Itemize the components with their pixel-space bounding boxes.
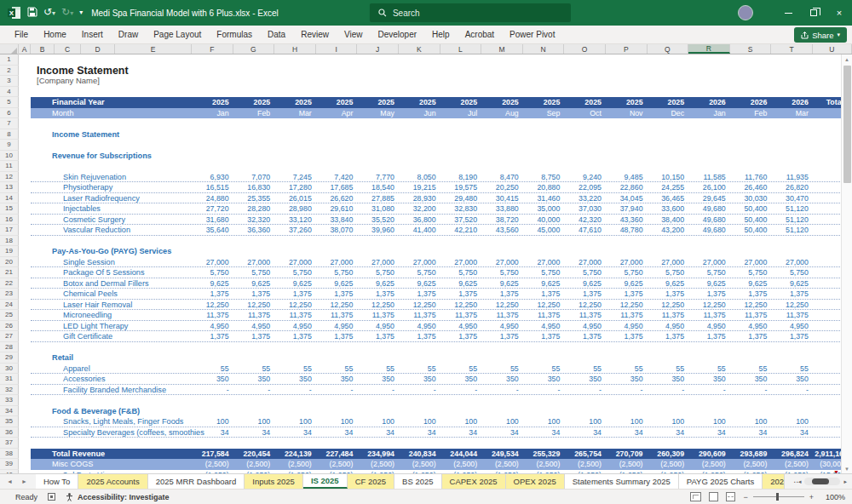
cell[interactable]: 1,375 — [688, 331, 730, 341]
cell[interactable]: 2025 — [564, 97, 606, 108]
cell[interactable]: 31,680 — [192, 215, 233, 225]
cell[interactable]: Mar — [274, 108, 316, 119]
next-sheet-icon[interactable]: ► — [21, 478, 27, 484]
cell[interactable]: 34 — [357, 427, 399, 438]
cell[interactable]: 9,625 — [688, 278, 730, 289]
row-header-4[interactable]: 4 — [0, 87, 19, 98]
cell[interactable]: 4,950 — [192, 321, 233, 331]
cell[interactable]: 7,770 — [357, 172, 399, 182]
cell[interactable]: 39,960 — [357, 225, 399, 235]
cell[interactable]: 10,150 — [648, 172, 689, 182]
cell[interactable]: Apr — [316, 108, 358, 119]
cell[interactable]: 1,375 — [440, 331, 482, 341]
cell[interactable]: 240,834 — [399, 449, 440, 460]
cell[interactable]: 350 — [688, 374, 730, 384]
ribbon-tab-home[interactable]: Home — [36, 26, 74, 43]
ribbon-tab-developer[interactable]: Developer — [370, 26, 424, 43]
cell[interactable]: 30,030 — [730, 193, 772, 203]
cell[interactable]: 36,800 — [399, 215, 440, 225]
cell-total[interactable] — [192, 161, 231, 172]
row-label[interactable] — [31, 87, 192, 98]
cell[interactable]: 19,215 — [399, 182, 440, 192]
cell[interactable]: 1,375 — [274, 331, 316, 341]
sheet-tab-capex-2025[interactable]: CAPEX 2025 — [442, 474, 506, 489]
row-header-2[interactable]: 2 — [0, 66, 19, 77]
cell[interactable]: 5,750 — [233, 267, 275, 278]
col-header-L[interactable]: L — [440, 44, 482, 54]
cell[interactable]: 1,375 — [316, 331, 358, 341]
col-header-E[interactable]: E — [115, 44, 192, 54]
row-header-21[interactable]: 21 — [0, 267, 19, 278]
cell[interactable]: 27,000 — [730, 257, 772, 267]
cell[interactable]: 9,625 — [523, 278, 565, 289]
cell[interactable]: 100 — [274, 416, 316, 427]
cell[interactable]: 55 — [523, 364, 565, 374]
cell[interactable]: 12,250 — [233, 300, 275, 310]
cell[interactable]: 100 — [688, 416, 730, 427]
cell[interactable]: Jan — [192, 108, 233, 119]
cell[interactable]: 25,355 — [233, 193, 275, 203]
cell[interactable]: 1,375 — [399, 331, 440, 341]
cell[interactable]: - — [523, 385, 565, 395]
cell[interactable]: 43,360 — [606, 215, 648, 225]
cell[interactable]: 45,000 — [523, 225, 565, 235]
cell[interactable]: 11,375 — [564, 310, 606, 320]
cell[interactable]: 1,375 — [481, 331, 523, 341]
cell[interactable]: 27,000 — [440, 257, 482, 267]
cell[interactable]: 1,375 — [440, 289, 482, 299]
col-header-T[interactable]: T — [771, 44, 813, 54]
cell[interactable]: 55 — [192, 364, 233, 374]
cell[interactable]: Mar — [771, 108, 813, 119]
cell[interactable]: 35,520 — [357, 215, 399, 225]
row-label[interactable]: Injectables — [31, 203, 192, 214]
col-header-K[interactable]: K — [399, 44, 440, 54]
cell[interactable]: - — [440, 385, 482, 395]
row-label[interactable]: Retail — [31, 352, 192, 364]
row-header-17[interactable]: 17 — [0, 225, 19, 236]
cell[interactable]: 24,255 — [648, 182, 689, 192]
cell[interactable]: 100 — [564, 416, 606, 427]
cell[interactable]: 11,375 — [440, 310, 482, 320]
cell[interactable]: 33,880 — [481, 203, 523, 214]
cell[interactable]: 12,250 — [192, 300, 233, 310]
cell-total[interactable] — [192, 246, 231, 257]
row-header-24[interactable]: 24 — [0, 300, 19, 311]
restore-button[interactable] — [801, 0, 826, 26]
col-header-Q[interactable]: Q — [648, 44, 689, 54]
cell[interactable]: 9,240 — [564, 172, 606, 182]
cell[interactable]: 5,750 — [192, 267, 233, 278]
macro-record-icon[interactable] — [48, 493, 55, 501]
row-header-20[interactable]: 20 — [0, 257, 19, 268]
cell[interactable]: 8,190 — [440, 172, 482, 182]
col-header-D[interactable]: D — [81, 44, 115, 54]
cell[interactable]: 24,880 — [192, 193, 233, 203]
ribbon-tab-insert[interactable]: Insert — [74, 26, 111, 43]
cell[interactable]: 1,375 — [523, 289, 565, 299]
cell[interactable]: 36,360 — [233, 225, 275, 235]
cell[interactable]: 4,950 — [481, 321, 523, 331]
row-label[interactable]: Laser Radiofrequency — [31, 193, 192, 203]
sheet-tab-2025-accounts[interactable]: 2025 Accounts — [78, 474, 147, 489]
cell[interactable]: 12,250 — [316, 300, 358, 310]
cell[interactable]: 4,950 — [440, 321, 482, 331]
cell[interactable]: 27,885 — [357, 193, 399, 203]
cell[interactable]: 50,400 — [730, 215, 772, 225]
cell[interactable]: 1,375 — [730, 289, 772, 299]
row-header-28[interactable]: 28 — [0, 342, 19, 353]
ribbon-tab-data[interactable]: Data — [260, 26, 293, 43]
cell[interactable]: 100 — [357, 416, 399, 427]
cell[interactable]: 5,750 — [606, 267, 648, 278]
row-label[interactable] — [31, 438, 192, 449]
cell[interactable]: 38,400 — [648, 215, 689, 225]
cell[interactable]: 37,940 — [606, 203, 648, 214]
row-header-22[interactable]: 22 — [0, 278, 19, 289]
vertical-scrollbar[interactable]: ▲ ▼ — [841, 54, 852, 473]
cell[interactable]: 293,689 — [730, 449, 772, 460]
cell[interactable]: 55 — [233, 364, 275, 374]
cell[interactable]: 29,480 — [440, 193, 482, 203]
cell[interactable]: Dec — [648, 108, 689, 119]
cell[interactable]: 9,625 — [481, 278, 523, 289]
cell[interactable]: Jul — [440, 108, 482, 119]
cell[interactable]: 1,375 — [648, 331, 689, 341]
cell[interactable]: 11,375 — [357, 310, 399, 320]
